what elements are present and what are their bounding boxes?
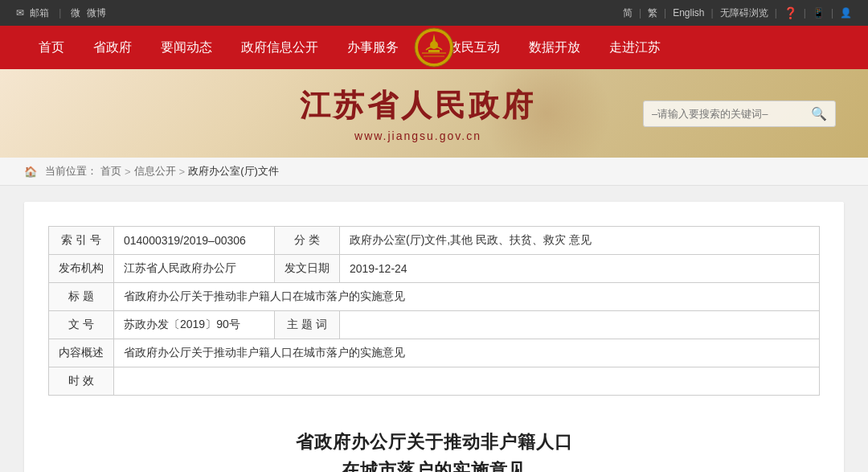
- breadcrumb-home[interactable]: 首页: [100, 164, 121, 179]
- main-content: 索 引 号 014000319/2019–00306 分 类 政府办公室(厅)文…: [24, 202, 844, 472]
- index-label: 索 引 号: [49, 227, 114, 255]
- weibo-label: 微博: [87, 7, 106, 18]
- user-icon[interactable]: 👤: [840, 7, 852, 18]
- nav-items-right: 政民互动 数据开放 走进江苏: [434, 26, 844, 69]
- keywords-value: [340, 311, 820, 339]
- mobile-icon[interactable]: 📱: [813, 7, 825, 18]
- search-icon[interactable]: 🔍: [811, 106, 827, 121]
- nav-item-home[interactable]: 首页: [24, 26, 79, 69]
- validity-value: [114, 367, 820, 396]
- simplified-link[interactable]: 简: [623, 6, 633, 20]
- accessible-link[interactable]: 无障碍浏览: [720, 6, 768, 20]
- nav-logo: [412, 26, 456, 69]
- publisher-label: 发布机构: [49, 255, 114, 283]
- top-bar: ✉ 邮箱 | 微 微博 简 | 繁 | English | 无障碍浏览 | ❓ …: [0, 0, 868, 26]
- breadcrumb-bar: 🏠 当前位置： 首页 > 信息公开 > 政府办公室(厅)文件: [0, 158, 868, 186]
- help-icon[interactable]: ❓: [784, 6, 797, 19]
- weibo-icon: 微: [71, 7, 80, 18]
- title-value: 省政府办公厅关于推动非户籍人口在城市落户的实施意见: [114, 283, 820, 311]
- title-label: 标 题: [49, 283, 114, 311]
- nav-item-service[interactable]: 办事服务: [333, 26, 413, 69]
- svg-point-3: [430, 41, 438, 49]
- summary-value: 省政府办公厅关于推动非户籍人口在城市落户的实施意见: [114, 339, 820, 367]
- doc-title-line2: 在城市落户的实施意见: [48, 456, 820, 472]
- search-input[interactable]: [652, 108, 811, 120]
- nav-item-news[interactable]: 要闻动态: [146, 26, 227, 69]
- breadcrumb-label: 当前位置：: [45, 164, 97, 179]
- breadcrumb-home-icon: 🏠: [24, 166, 37, 178]
- table-row: 索 引 号 014000319/2019–00306 分 类 政府办公室(厅)文…: [49, 227, 820, 255]
- weibo-link[interactable]: 微 微博: [71, 6, 105, 20]
- email-label: 邮箱: [30, 7, 49, 18]
- top-bar-right: 简 | 繁 | English | 无障碍浏览 | ❓ | 📱 | 👤: [623, 6, 852, 20]
- table-row: 标 题 省政府办公厅关于推动非户籍人口在城市落户的实施意见: [49, 283, 820, 311]
- breadcrumb-info[interactable]: 信息公开: [134, 164, 176, 179]
- nav-items: 首页 省政府 要闻动态 政府信息公开 办事服务: [24, 26, 434, 69]
- document-info-table: 索 引 号 014000319/2019–00306 分 类 政府办公室(厅)文…: [48, 226, 820, 396]
- table-row: 内容概述 省政府办公厅关于推动非户籍人口在城市落户的实施意见: [49, 339, 820, 367]
- table-row: 时 效: [49, 367, 820, 396]
- email-icon: ✉: [16, 7, 24, 18]
- doc-main-title: 省政府办公厅关于推动非户籍人口 在城市落户的实施意见: [48, 428, 820, 472]
- table-row: 文 号 苏政办发〔2019〕90号 主 题 词: [49, 311, 820, 339]
- header-banner: 江苏省人民政府 www.jiangsu.gov.cn 🔍: [0, 69, 868, 158]
- category-label: 分 类: [275, 227, 340, 255]
- category-value: 政府办公室(厅)文件,其他 民政、扶贫、救灾 意见: [340, 227, 820, 255]
- traditional-link[interactable]: 繁: [648, 6, 657, 20]
- docnum-label: 文 号: [49, 311, 114, 339]
- publisher-value: 江苏省人民政府办公厅: [114, 255, 275, 283]
- index-value: 014000319/2019–00306: [114, 227, 275, 255]
- nav-item-jiangsu[interactable]: 走进江苏: [595, 26, 675, 69]
- nav-item-info[interactable]: 政府信息公开: [227, 26, 333, 69]
- date-value: 2019-12-24: [340, 255, 820, 283]
- doc-title-line1: 省政府办公厅关于推动非户籍人口: [48, 428, 820, 456]
- svg-rect-4: [428, 50, 440, 52]
- validity-label: 时 效: [49, 367, 114, 396]
- top-bar-left: ✉ 邮箱 | 微 微博: [16, 6, 106, 20]
- docnum-value: 苏政办发〔2019〕90号: [114, 311, 275, 339]
- nav-item-data[interactable]: 数据开放: [514, 26, 595, 69]
- doc-title-section: 省政府办公厅关于推动非户籍人口 在城市落户的实施意见 （苏政办发〔2019〕90…: [48, 420, 820, 472]
- breadcrumb-current: 政府办公室(厅)文件: [188, 164, 279, 179]
- header-decoration: [466, 69, 627, 158]
- email-link[interactable]: ✉ 邮箱: [16, 6, 49, 20]
- search-box[interactable]: 🔍: [643, 101, 836, 127]
- date-label: 发文日期: [275, 255, 340, 283]
- keywords-label: 主 题 词: [275, 311, 340, 339]
- nav-item-province[interactable]: 省政府: [79, 26, 146, 69]
- summary-label: 内容概述: [49, 339, 114, 367]
- nav-bar: 首页 省政府 要闻动态 政府信息公开 办事服务 政民互动 数据开放 走进江苏: [0, 26, 868, 69]
- gov-emblem: [412, 26, 456, 69]
- english-link[interactable]: English: [673, 7, 704, 18]
- table-row: 发布机构 江苏省人民政府办公厅 发文日期 2019-12-24: [49, 255, 820, 283]
